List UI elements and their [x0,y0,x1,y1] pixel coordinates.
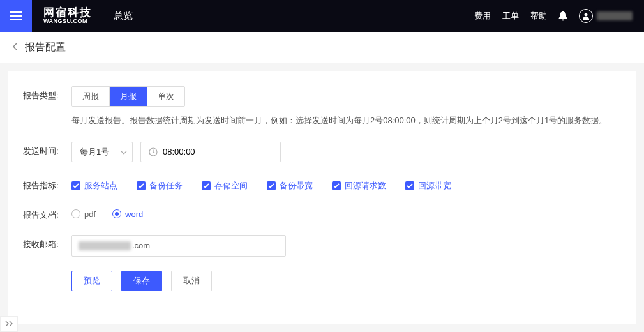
metric-backup-bw[interactable]: 备份带宽 [267,180,313,192]
metric-label: 回源请求数 [345,180,386,192]
seg-monthly[interactable]: 月报 [110,87,147,106]
row-buttons: 预览 保存 取消 [23,271,621,291]
seg-once[interactable]: 单次 [147,87,184,106]
checkbox-icon [332,181,341,190]
save-button[interactable]: 保存 [121,271,162,291]
logo[interactable]: 网宿科技 WANGSU.COM [43,7,92,26]
radio-icon [112,209,121,218]
chevron-down-icon [121,147,127,156]
back-button[interactable] [13,42,19,53]
row-metrics: 报告指标: 服务站点 备份任务 存储空间 备份带宽 回源请求数 回源带宽 [23,176,621,192]
row-report-type: 报告类型: 周报 月报 单次 每月发送报告。报告数据统计周期为发送时间前一月，例… [23,86,621,128]
report-type-hint: 每月发送报告。报告数据统计周期为发送时间前一月，例如：选择发送时间为每月2号08… [71,114,607,128]
metrics-group: 服务站点 备份任务 存储空间 备份带宽 回源请求数 回源带宽 [71,176,451,192]
checkbox-icon [71,181,80,190]
top-right: 费用 工单 帮助 [474,0,644,32]
svg-point-0 [585,13,588,17]
email-masked [79,241,131,250]
clock-icon [149,147,158,156]
time-input-wrap[interactable] [140,142,281,162]
metric-label: 服务站点 [84,180,117,192]
user-menu[interactable] [579,9,633,23]
seg-weekly[interactable]: 周报 [72,87,110,106]
checkbox-icon [202,181,211,190]
row-send-time: 发送时间: 每月1号 [23,142,621,162]
send-time-body: 每月1号 [71,142,281,162]
label-email: 接收邮箱: [23,235,71,250]
nav-ticket[interactable]: 工单 [502,10,519,22]
metric-label: 存储空间 [214,180,248,192]
report-type-segmented: 周报 月报 单次 [71,86,185,107]
report-type-body: 周报 月报 单次 每月发送报告。报告数据统计周期为发送时间前一月，例如：选择发送… [71,86,607,128]
content-card: 报告类型: 周报 月报 单次 每月发送报告。报告数据统计周期为发送时间前一月，例… [8,71,636,324]
avatar-icon [579,9,593,23]
metric-label: 备份带宽 [280,180,313,192]
metric-label: 回源带宽 [418,180,451,192]
doc-format-group: pdf word [71,206,143,219]
day-select-value: 每月1号 [80,146,109,158]
label-report-type: 报告类型: [23,86,71,102]
row-email: 接收邮箱: .com [23,235,621,257]
bell-icon[interactable] [558,11,567,21]
preview-button[interactable]: 预览 [71,271,112,291]
metric-origin-req[interactable]: 回源请求数 [332,180,386,192]
username [597,11,633,20]
day-select[interactable]: 每月1号 [71,142,133,162]
label-metrics: 报告指标: [23,176,71,192]
label-doc-format: 报告文档: [23,206,71,221]
menu-button[interactable] [0,0,32,32]
email-suffix: .com [132,241,150,250]
nav-billing[interactable]: 费用 [474,10,491,22]
metric-backup-task[interactable]: 备份任务 [137,180,183,192]
button-row: 预览 保存 取消 [71,271,212,291]
cancel-button[interactable]: 取消 [171,271,212,291]
metric-storage[interactable]: 存储空间 [202,180,248,192]
time-field[interactable] [163,147,273,156]
radio-label: pdf [84,209,96,219]
nav-help[interactable]: 帮助 [530,10,547,22]
sub-header: 报告配置 [0,32,644,63]
row-doc-format: 报告文档: pdf word [23,206,621,221]
radio-word[interactable]: word [112,209,143,219]
logo-cn: 网宿科技 [43,7,92,19]
radio-label: word [125,209,143,219]
checkbox-icon [267,181,276,190]
logo-en: WANGSU.COM [43,19,92,25]
metric-service-site[interactable]: 服务站点 [71,180,117,192]
overview-title[interactable]: 总览 [114,10,133,22]
page-title: 报告配置 [25,41,66,54]
footer-expand-button[interactable] [0,316,18,332]
hamburger-icon [10,11,22,20]
radio-pdf[interactable]: pdf [71,209,96,219]
metric-label: 备份任务 [149,180,183,192]
checkbox-icon [137,181,146,190]
email-field[interactable]: .com [71,235,286,257]
metric-origin-bw[interactable]: 回源带宽 [405,180,451,192]
label-send-time: 发送时间: [23,142,71,157]
radio-icon [71,209,80,218]
top-bar: 网宿科技 WANGSU.COM 总览 费用 工单 帮助 [0,0,644,32]
checkbox-icon [405,181,414,190]
